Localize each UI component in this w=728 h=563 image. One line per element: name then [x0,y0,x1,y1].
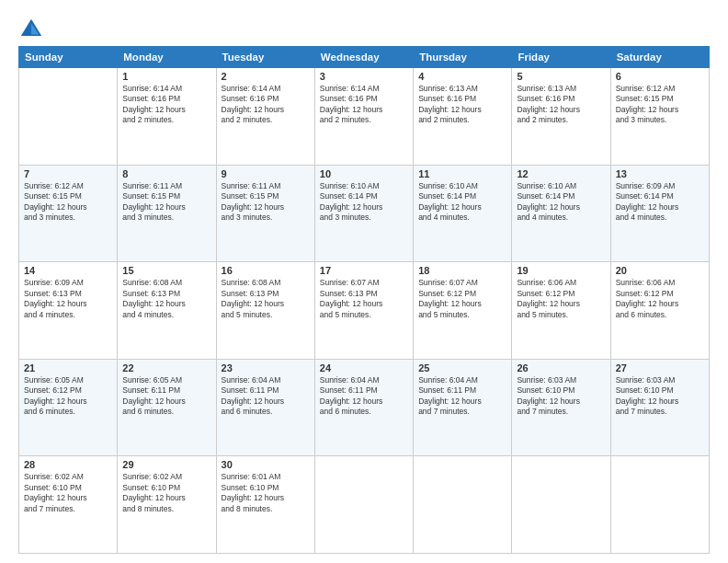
day-info: Sunrise: 6:07 AMSunset: 6:13 PMDaylight:… [320,278,408,320]
day-cell: 5Sunrise: 6:13 AMSunset: 6:16 PMDaylight… [512,68,610,166]
header [18,17,710,42]
header-row: SundayMondayTuesdayWednesdayThursdayFrid… [19,47,710,68]
day-number: 19 [517,265,605,276]
week-row-3: 14Sunrise: 6:09 AMSunset: 6:13 PMDayligh… [19,262,710,360]
day-number: 22 [122,362,210,373]
col-header-tuesday: Tuesday [216,47,314,68]
day-number: 21 [24,362,112,373]
day-info: Sunrise: 6:09 AMSunset: 6:14 PMDaylight:… [616,181,704,224]
day-cell: 11Sunrise: 6:10 AMSunset: 6:14 PMDayligh… [414,165,512,262]
day-cell [414,456,512,554]
day-number: 7 [24,168,112,179]
day-cell: 23Sunrise: 6:04 AMSunset: 6:11 PMDayligh… [216,359,314,456]
logo [18,17,48,42]
day-cell: 6Sunrise: 6:12 AMSunset: 6:15 PMDaylight… [610,68,709,166]
day-info: Sunrise: 6:14 AMSunset: 6:16 PMDaylight:… [222,84,310,126]
day-cell [314,456,413,554]
day-number: 16 [222,265,310,276]
day-cell: 7Sunrise: 6:12 AMSunset: 6:15 PMDaylight… [19,165,118,262]
day-number: 26 [517,362,605,373]
logo-icon [18,17,44,42]
day-info: Sunrise: 6:06 AMSunset: 6:12 PMDaylight:… [616,278,704,320]
day-info: Sunrise: 6:03 AMSunset: 6:10 PMDaylight:… [517,375,605,418]
week-row-5: 28Sunrise: 6:02 AMSunset: 6:10 PMDayligh… [19,456,710,554]
day-number: 23 [222,362,310,373]
day-info: Sunrise: 6:10 AMSunset: 6:14 PMDaylight:… [320,181,408,224]
day-cell: 14Sunrise: 6:09 AMSunset: 6:13 PMDayligh… [19,262,118,360]
col-header-thursday: Thursday [414,47,512,68]
day-number: 8 [122,168,210,179]
week-row-2: 7Sunrise: 6:12 AMSunset: 6:15 PMDaylight… [19,165,710,262]
day-info: Sunrise: 6:01 AMSunset: 6:10 PMDaylight:… [222,472,310,514]
day-cell: 22Sunrise: 6:05 AMSunset: 6:11 PMDayligh… [118,359,216,456]
day-number: 5 [517,71,605,82]
calendar: SundayMondayTuesdayWednesdayThursdayFrid… [18,46,710,554]
day-cell: 3Sunrise: 6:14 AMSunset: 6:16 PMDaylight… [314,68,413,166]
day-info: Sunrise: 6:08 AMSunset: 6:13 PMDaylight:… [122,278,210,320]
col-header-friday: Friday [512,47,610,68]
day-cell [19,68,118,166]
day-number: 30 [222,459,310,470]
week-row-4: 21Sunrise: 6:05 AMSunset: 6:12 PMDayligh… [19,359,710,456]
day-cell: 30Sunrise: 6:01 AMSunset: 6:10 PMDayligh… [216,456,314,554]
col-header-monday: Monday [118,47,216,68]
day-info: Sunrise: 6:10 AMSunset: 6:14 PMDaylight:… [418,181,506,224]
col-header-saturday: Saturday [610,47,709,68]
day-info: Sunrise: 6:13 AMSunset: 6:16 PMDaylight:… [517,84,605,126]
day-cell: 26Sunrise: 6:03 AMSunset: 6:10 PMDayligh… [512,359,610,456]
day-number: 3 [320,71,408,82]
col-header-sunday: Sunday [19,47,118,68]
day-number: 18 [418,265,506,276]
day-info: Sunrise: 6:12 AMSunset: 6:15 PMDaylight:… [616,84,704,126]
day-number: 1 [122,71,210,82]
day-cell: 2Sunrise: 6:14 AMSunset: 6:16 PMDaylight… [216,68,314,166]
day-number: 14 [24,265,112,276]
day-cell: 27Sunrise: 6:03 AMSunset: 6:10 PMDayligh… [610,359,709,456]
day-number: 11 [418,168,506,179]
day-cell: 8Sunrise: 6:11 AMSunset: 6:15 PMDaylight… [118,165,216,262]
day-cell: 13Sunrise: 6:09 AMSunset: 6:14 PMDayligh… [610,165,709,262]
col-header-wednesday: Wednesday [314,47,413,68]
day-info: Sunrise: 6:02 AMSunset: 6:10 PMDaylight:… [24,472,112,514]
day-number: 4 [418,71,506,82]
day-cell: 10Sunrise: 6:10 AMSunset: 6:14 PMDayligh… [314,165,413,262]
day-cell: 9Sunrise: 6:11 AMSunset: 6:15 PMDaylight… [216,165,314,262]
day-cell: 1Sunrise: 6:14 AMSunset: 6:16 PMDaylight… [118,68,216,166]
day-info: Sunrise: 6:12 AMSunset: 6:15 PMDaylight:… [24,181,112,224]
day-info: Sunrise: 6:05 AMSunset: 6:12 PMDaylight:… [24,375,112,418]
day-cell: 25Sunrise: 6:04 AMSunset: 6:11 PMDayligh… [414,359,512,456]
day-number: 9 [222,168,310,179]
day-cell [512,456,610,554]
day-info: Sunrise: 6:04 AMSunset: 6:11 PMDaylight:… [320,375,408,418]
day-info: Sunrise: 6:08 AMSunset: 6:13 PMDaylight:… [222,278,310,320]
day-number: 25 [418,362,506,373]
day-cell: 16Sunrise: 6:08 AMSunset: 6:13 PMDayligh… [216,262,314,360]
day-info: Sunrise: 6:09 AMSunset: 6:13 PMDaylight:… [24,278,112,320]
day-info: Sunrise: 6:04 AMSunset: 6:11 PMDaylight:… [418,375,506,418]
day-number: 28 [24,459,112,470]
day-cell: 20Sunrise: 6:06 AMSunset: 6:12 PMDayligh… [610,262,709,360]
day-info: Sunrise: 6:02 AMSunset: 6:10 PMDaylight:… [122,472,210,514]
day-cell: 17Sunrise: 6:07 AMSunset: 6:13 PMDayligh… [314,262,413,360]
day-cell: 4Sunrise: 6:13 AMSunset: 6:16 PMDaylight… [414,68,512,166]
day-cell: 24Sunrise: 6:04 AMSunset: 6:11 PMDayligh… [314,359,413,456]
day-info: Sunrise: 6:14 AMSunset: 6:16 PMDaylight:… [122,84,210,126]
day-cell: 18Sunrise: 6:07 AMSunset: 6:12 PMDayligh… [414,262,512,360]
day-cell: 12Sunrise: 6:10 AMSunset: 6:14 PMDayligh… [512,165,610,262]
day-number: 15 [122,265,210,276]
day-info: Sunrise: 6:14 AMSunset: 6:16 PMDaylight:… [320,84,408,126]
week-row-1: 1Sunrise: 6:14 AMSunset: 6:16 PMDaylight… [19,68,710,166]
day-number: 29 [122,459,210,470]
day-info: Sunrise: 6:03 AMSunset: 6:10 PMDaylight:… [616,375,704,418]
day-cell [610,456,709,554]
day-info: Sunrise: 6:10 AMSunset: 6:14 PMDaylight:… [517,181,605,224]
page: SundayMondayTuesdayWednesdayThursdayFrid… [0,0,728,563]
day-number: 12 [517,168,605,179]
day-number: 20 [616,265,704,276]
day-info: Sunrise: 6:11 AMSunset: 6:15 PMDaylight:… [222,181,310,224]
day-info: Sunrise: 6:06 AMSunset: 6:12 PMDaylight:… [517,278,605,320]
day-cell: 15Sunrise: 6:08 AMSunset: 6:13 PMDayligh… [118,262,216,360]
day-cell: 21Sunrise: 6:05 AMSunset: 6:12 PMDayligh… [19,359,118,456]
day-number: 2 [222,71,310,82]
day-number: 13 [616,168,704,179]
